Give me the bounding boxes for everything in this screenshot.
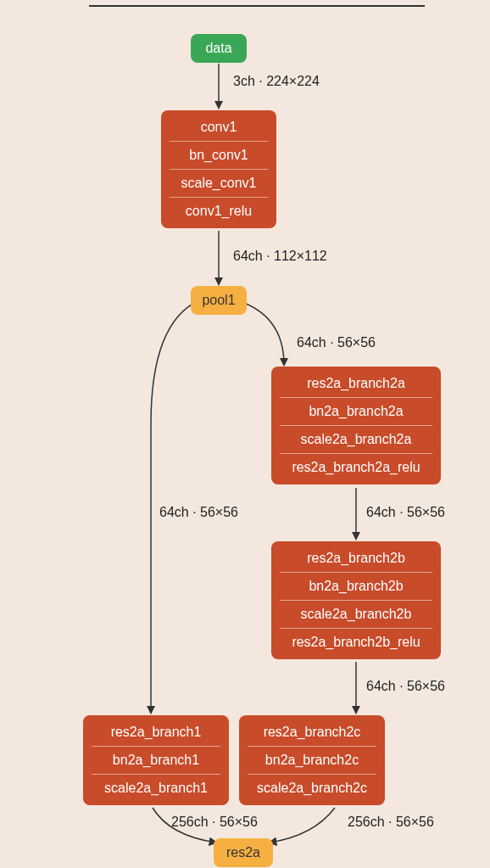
node-pool1-label: pool1: [202, 293, 235, 307]
node-branch2c-stack[interactable]: res2a_branch2c bn2a_branch2c scale2a_bra…: [239, 715, 385, 805]
edge-label-pool1-branch1: 64ch · 56×56: [159, 505, 238, 520]
stack-row: bn_conv1: [170, 141, 268, 169]
stack-row: scale_conv1: [170, 169, 268, 197]
stack-row: res2a_branch1: [92, 719, 220, 746]
stack-row: scale2a_branch2c: [248, 774, 376, 802]
node-branch1-stack[interactable]: res2a_branch1 bn2a_branch1 scale2a_branc…: [83, 715, 229, 805]
node-res2a-label: res2a: [226, 845, 260, 860]
stack-row: res2a_branch2a_relu: [280, 453, 432, 481]
edge-label-branch2a-branch2b: 64ch · 56×56: [366, 505, 445, 520]
stack-row: conv1: [170, 114, 268, 141]
edge-label-branch1-res2a: 256ch · 56×56: [171, 815, 258, 830]
top-rule: [89, 5, 425, 7]
stack-row: res2a_branch2b: [280, 545, 432, 572]
node-res2a[interactable]: res2a: [214, 838, 273, 867]
stack-row: res2a_branch2a: [280, 370, 432, 397]
stack-row: res2a_branch2b_relu: [280, 628, 432, 656]
node-data-label: data: [205, 41, 231, 55]
edge-label-conv1-pool1: 64ch · 112×112: [233, 249, 327, 264]
edge-label-data-conv1: 3ch · 224×224: [233, 74, 320, 89]
stack-row: res2a_branch2c: [248, 719, 376, 746]
stack-row: conv1_relu: [170, 197, 268, 225]
stack-row: scale2a_branch1: [92, 774, 220, 802]
stack-row: scale2a_branch2b: [280, 600, 432, 628]
stack-row: bn2a_branch1: [92, 746, 220, 774]
stack-row: bn2a_branch2b: [280, 572, 432, 600]
edge-label-pool1-branch2a: 64ch · 56×56: [297, 335, 376, 350]
edge-label-branch2b-branch2c: 64ch · 56×56: [366, 679, 445, 694]
node-conv1-stack[interactable]: conv1 bn_conv1 scale_conv1 conv1_relu: [161, 110, 276, 228]
stack-row: bn2a_branch2a: [280, 397, 432, 425]
node-branch2b-stack[interactable]: res2a_branch2b bn2a_branch2b scale2a_bra…: [271, 541, 441, 659]
node-branch2a-stack[interactable]: res2a_branch2a bn2a_branch2a scale2a_bra…: [271, 367, 441, 484]
stack-row: scale2a_branch2a: [280, 425, 432, 453]
node-data[interactable]: data: [191, 34, 247, 63]
node-pool1[interactable]: pool1: [191, 286, 247, 315]
stack-row: bn2a_branch2c: [248, 746, 376, 774]
edge-label-branch2c-res2a: 256ch · 56×56: [348, 815, 434, 830]
